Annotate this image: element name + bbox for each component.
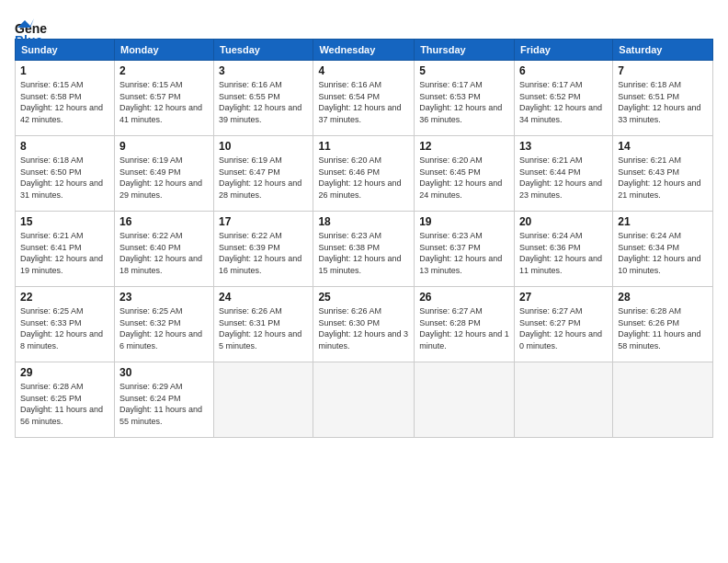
- col-thursday: Thursday: [415, 40, 515, 61]
- day-info: Sunrise: 6:26 AMSunset: 6:30 PMDaylight:…: [318, 306, 408, 350]
- table-row: [613, 362, 713, 438]
- table-row: 1 Sunrise: 6:15 AMSunset: 6:58 PMDayligh…: [16, 61, 115, 136]
- table-row: 15 Sunrise: 6:21 AMSunset: 6:41 PMDaylig…: [16, 212, 115, 287]
- table-row: 23 Sunrise: 6:25 AMSunset: 6:32 PMDaylig…: [114, 287, 213, 362]
- col-tuesday: Tuesday: [214, 40, 313, 61]
- table-row: 19 Sunrise: 6:23 AMSunset: 6:37 PMDaylig…: [415, 212, 515, 287]
- table-row: 24 Sunrise: 6:26 AMSunset: 6:31 PMDaylig…: [214, 287, 313, 362]
- day-number: 18: [318, 215, 409, 228]
- table-row: 20 Sunrise: 6:24 AMSunset: 6:36 PMDaylig…: [514, 212, 612, 287]
- table-row: [214, 362, 313, 438]
- table-row: 6 Sunrise: 6:17 AMSunset: 6:52 PMDayligh…: [514, 61, 612, 136]
- table-row: 30 Sunrise: 6:29 AMSunset: 6:24 PMDaylig…: [114, 362, 213, 438]
- table-row: 3 Sunrise: 6:16 AMSunset: 6:55 PMDayligh…: [214, 61, 313, 136]
- table-row: 4 Sunrise: 6:16 AMSunset: 6:54 PMDayligh…: [313, 61, 415, 136]
- day-info: Sunrise: 6:16 AMSunset: 6:55 PMDaylight:…: [219, 80, 301, 124]
- table-row: 28 Sunrise: 6:28 AMSunset: 6:26 PMDaylig…: [613, 287, 713, 362]
- day-info: Sunrise: 6:19 AMSunset: 6:49 PMDaylight:…: [119, 155, 202, 200]
- col-monday: Monday: [114, 40, 213, 61]
- day-number: 22: [20, 291, 109, 304]
- col-friday: Friday: [514, 40, 612, 61]
- day-number: 23: [119, 291, 209, 304]
- day-info: Sunrise: 6:22 AMSunset: 6:40 PMDaylight:…: [119, 231, 202, 275]
- day-info: Sunrise: 6:21 AMSunset: 6:44 PMDaylight:…: [519, 155, 602, 200]
- day-number: 13: [519, 140, 608, 153]
- day-number: 5: [419, 64, 509, 77]
- calendar-row: 15 Sunrise: 6:21 AMSunset: 6:41 PMDaylig…: [16, 212, 713, 287]
- calendar-row: 8 Sunrise: 6:18 AMSunset: 6:50 PMDayligh…: [16, 136, 713, 212]
- day-number: 21: [618, 215, 708, 228]
- day-number: 12: [419, 140, 509, 153]
- day-number: 30: [119, 366, 209, 379]
- table-row: 16 Sunrise: 6:22 AMSunset: 6:40 PMDaylig…: [114, 212, 213, 287]
- page: General Blue Sunday Monday Tue: [0, 0, 728, 563]
- calendar-table: Sunday Monday Tuesday Wednesday Thursday…: [15, 39, 713, 438]
- day-number: 8: [20, 140, 109, 153]
- calendar-row: 22 Sunrise: 6:25 AMSunset: 6:33 PMDaylig…: [16, 287, 713, 362]
- table-row: 17 Sunrise: 6:22 AMSunset: 6:39 PMDaylig…: [214, 212, 313, 287]
- day-info: Sunrise: 6:18 AMSunset: 6:50 PMDaylight:…: [20, 155, 103, 200]
- day-number: 4: [318, 64, 409, 77]
- day-info: Sunrise: 6:20 AMSunset: 6:45 PMDaylight:…: [419, 155, 502, 200]
- day-number: 16: [119, 215, 209, 228]
- day-info: Sunrise: 6:20 AMSunset: 6:46 PMDaylight:…: [318, 155, 401, 200]
- table-row: 25 Sunrise: 6:26 AMSunset: 6:30 PMDaylig…: [313, 287, 415, 362]
- day-number: 3: [219, 64, 308, 77]
- table-row: 26 Sunrise: 6:27 AMSunset: 6:28 PMDaylig…: [415, 287, 515, 362]
- day-number: 2: [119, 64, 209, 77]
- table-row: 7 Sunrise: 6:18 AMSunset: 6:51 PMDayligh…: [613, 61, 713, 136]
- day-info: Sunrise: 6:15 AMSunset: 6:58 PMDaylight:…: [20, 80, 103, 124]
- day-number: 6: [519, 64, 608, 77]
- day-info: Sunrise: 6:17 AMSunset: 6:53 PMDaylight:…: [419, 80, 502, 124]
- day-info: Sunrise: 6:24 AMSunset: 6:36 PMDaylight:…: [519, 231, 602, 275]
- day-number: 19: [419, 215, 509, 228]
- day-number: 20: [519, 215, 608, 228]
- table-row: 21 Sunrise: 6:24 AMSunset: 6:34 PMDaylig…: [613, 212, 713, 287]
- logo-bird-icon: [17, 18, 34, 29]
- calendar-row: 1 Sunrise: 6:15 AMSunset: 6:58 PMDayligh…: [16, 61, 713, 136]
- day-info: Sunrise: 6:24 AMSunset: 6:34 PMDaylight:…: [618, 231, 700, 275]
- day-info: Sunrise: 6:16 AMSunset: 6:54 PMDaylight:…: [318, 80, 401, 124]
- col-saturday: Saturday: [613, 40, 713, 61]
- day-number: 27: [519, 291, 608, 304]
- table-row: 10 Sunrise: 6:19 AMSunset: 6:47 PMDaylig…: [214, 136, 313, 212]
- day-info: Sunrise: 6:22 AMSunset: 6:39 PMDaylight:…: [219, 231, 301, 275]
- day-number: 10: [219, 140, 308, 153]
- day-info: Sunrise: 6:25 AMSunset: 6:32 PMDaylight:…: [119, 306, 202, 350]
- day-info: Sunrise: 6:17 AMSunset: 6:52 PMDaylight:…: [519, 80, 602, 124]
- day-info: Sunrise: 6:15 AMSunset: 6:57 PMDaylight:…: [119, 80, 202, 124]
- day-number: 25: [318, 291, 409, 304]
- day-info: Sunrise: 6:26 AMSunset: 6:31 PMDaylight:…: [219, 306, 301, 350]
- day-number: 17: [219, 215, 308, 228]
- day-info: Sunrise: 6:28 AMSunset: 6:25 PMDaylight:…: [20, 382, 103, 426]
- day-info: Sunrise: 6:18 AMSunset: 6:51 PMDaylight:…: [618, 80, 700, 124]
- day-number: 11: [318, 140, 409, 153]
- svg-marker-3: [17, 18, 34, 28]
- day-number: 28: [618, 291, 708, 304]
- table-row: 14 Sunrise: 6:21 AMSunset: 6:43 PMDaylig…: [613, 136, 713, 212]
- table-row: 13 Sunrise: 6:21 AMSunset: 6:44 PMDaylig…: [514, 136, 612, 212]
- day-number: 26: [419, 291, 509, 304]
- day-number: 15: [20, 215, 109, 228]
- col-wednesday: Wednesday: [313, 40, 415, 61]
- day-number: 7: [618, 64, 708, 77]
- day-number: 14: [618, 140, 708, 153]
- table-row: 9 Sunrise: 6:19 AMSunset: 6:49 PMDayligh…: [114, 136, 213, 212]
- calendar-row: 29 Sunrise: 6:28 AMSunset: 6:25 PMDaylig…: [16, 362, 713, 438]
- day-number: 1: [20, 64, 109, 77]
- day-info: Sunrise: 6:19 AMSunset: 6:47 PMDaylight:…: [219, 155, 301, 200]
- day-info: Sunrise: 6:21 AMSunset: 6:43 PMDaylight:…: [618, 155, 700, 200]
- table-row: [514, 362, 612, 438]
- calendar-body: 1 Sunrise: 6:15 AMSunset: 6:58 PMDayligh…: [16, 61, 713, 438]
- table-row: 5 Sunrise: 6:17 AMSunset: 6:53 PMDayligh…: [415, 61, 515, 136]
- day-info: Sunrise: 6:28 AMSunset: 6:26 PMDaylight:…: [618, 306, 700, 350]
- day-info: Sunrise: 6:21 AMSunset: 6:41 PMDaylight:…: [20, 231, 103, 275]
- day-info: Sunrise: 6:23 AMSunset: 6:38 PMDaylight:…: [318, 231, 401, 275]
- day-info: Sunrise: 6:29 AMSunset: 6:24 PMDaylight:…: [119, 382, 202, 426]
- table-row: [415, 362, 515, 438]
- table-row: 27 Sunrise: 6:27 AMSunset: 6:27 PMDaylig…: [514, 287, 612, 362]
- table-row: 29 Sunrise: 6:28 AMSunset: 6:25 PMDaylig…: [16, 362, 115, 438]
- logo: General Blue: [15, 15, 48, 29]
- day-number: 24: [219, 291, 308, 304]
- table-row: 11 Sunrise: 6:20 AMSunset: 6:46 PMDaylig…: [313, 136, 415, 212]
